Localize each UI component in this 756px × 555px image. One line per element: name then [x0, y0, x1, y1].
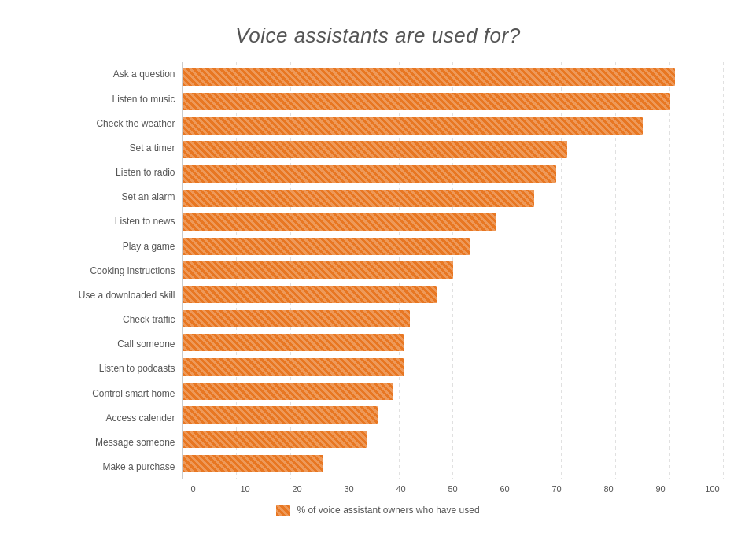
- x-axis-label: 30: [337, 484, 361, 494]
- legend-color-swatch: [276, 505, 290, 516]
- bar-row: [183, 381, 725, 401]
- y-axis-label: Play a game: [32, 235, 175, 257]
- bar: [183, 383, 394, 400]
- y-axis-label: Call someone: [32, 333, 175, 355]
- bar-row: [183, 453, 725, 474]
- x-axis-label: 60: [493, 484, 517, 494]
- x-axis-label: 10: [234, 484, 257, 494]
- bars-area: [183, 62, 725, 479]
- x-axis-label: 100: [701, 484, 725, 494]
- bar-row: [183, 164, 725, 184]
- bar: [183, 117, 644, 135]
- bar-row: [183, 260, 725, 280]
- bar-row: [183, 357, 725, 377]
- y-axis-label: Cooking instructions: [32, 260, 175, 282]
- y-axis-label: Access calender: [32, 407, 175, 429]
- bar: [183, 213, 497, 231]
- bar: [183, 165, 556, 183]
- bar: [183, 93, 670, 110]
- y-axis-label: Use a downloaded skill: [32, 284, 175, 306]
- y-axis-label: Message someone: [32, 431, 175, 453]
- y-axis-labels: Ask a questionListen to musicCheck the w…: [32, 62, 182, 479]
- y-axis-label: Set an alarm: [32, 186, 175, 208]
- bar-row: [183, 332, 725, 353]
- bar: [183, 310, 410, 327]
- plot-area: [182, 62, 725, 479]
- bar: [183, 68, 676, 86]
- bar-row: [183, 284, 725, 305]
- legend: % of voice assistant owners who have use…: [32, 505, 725, 516]
- bar: [183, 261, 454, 279]
- x-axis-label: 0: [182, 484, 205, 494]
- bar: [183, 431, 367, 448]
- y-axis-label: Listen to news: [32, 211, 175, 233]
- y-axis-label: Listen to music: [32, 88, 175, 110]
- bar: [183, 334, 404, 351]
- bar-row: [183, 429, 725, 450]
- bar-row: [183, 212, 725, 232]
- y-axis-label: Control smart home: [32, 383, 175, 405]
- x-axis-label: 20: [286, 484, 309, 494]
- y-axis-label: Listen to radio: [32, 161, 175, 183]
- chart-title: Voice assistants are used for?: [32, 24, 725, 48]
- y-axis-label: Set a timer: [32, 137, 175, 159]
- legend-text: % of voice assistant owners who have use…: [297, 505, 479, 516]
- bar-row: [183, 405, 725, 425]
- x-axis-label: 80: [597, 484, 621, 494]
- bar-row: [183, 139, 725, 160]
- y-axis-label: Listen to podcasts: [32, 358, 175, 380]
- x-axis-label: 50: [441, 484, 465, 494]
- x-axis-label: 90: [649, 484, 673, 494]
- y-axis-label: Check traffic: [32, 309, 175, 331]
- bar: [183, 238, 470, 255]
- x-axis-label: 40: [389, 484, 413, 494]
- bar: [183, 286, 437, 303]
- chart-container: Voice assistants are used for? Ask a que…: [9, 8, 748, 547]
- bar: [183, 358, 404, 376]
- bar-row: [183, 91, 725, 112]
- y-axis-label: Make a purchase: [32, 456, 175, 478]
- bar: [183, 406, 378, 424]
- bar-row: [183, 116, 725, 136]
- bar-row: [183, 309, 725, 329]
- chart-area: Ask a questionListen to musicCheck the w…: [32, 62, 725, 479]
- x-axis-labels: 0102030405060708090100: [32, 484, 725, 494]
- bar-row: [183, 188, 725, 209]
- bar: [183, 455, 323, 472]
- y-axis-label: Ask a question: [32, 64, 175, 86]
- y-axis-label: Check the weather: [32, 113, 175, 135]
- bar: [183, 141, 567, 158]
- x-axis-label: 70: [545, 484, 569, 494]
- bar-row: [183, 236, 725, 257]
- bar-row: [183, 67, 725, 87]
- bar: [183, 190, 535, 207]
